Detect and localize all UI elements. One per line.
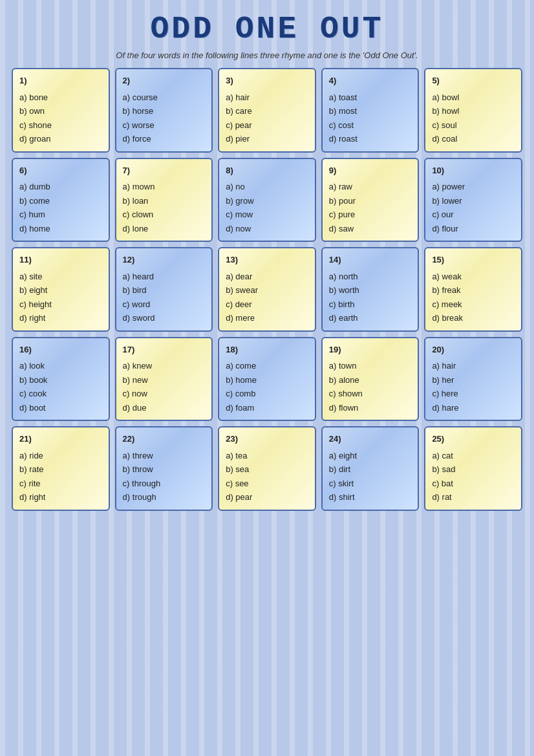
card-number-21: 21): [19, 433, 102, 446]
card-content-24: a) eightb) dirtc) skirtd) shirt: [329, 449, 412, 504]
card-2: 2)a) courseb) horsec) worsed) force: [115, 68, 213, 153]
card-15: 15)a) weakb) freakc) meekd) break: [424, 247, 522, 332]
card-20: 20)a) hairb) herc) hered) hare: [424, 337, 522, 422]
card-content-8: a) nob) growc) mowd) now: [226, 180, 308, 235]
card-number-5: 5): [432, 74, 515, 88]
card-24: 24)a) eightb) dirtc) skirtd) shirt: [321, 426, 420, 511]
card-content-16: a) lookb) bookc) cookd) boot: [19, 359, 102, 415]
page-title: ODD ONE OUT: [12, 12, 522, 47]
card-number-12: 12): [123, 254, 206, 267]
card-content-18: a) comeb) homec) combd) foam: [226, 359, 308, 415]
card-19: 19)a) townb) alonec) shownd) flown: [321, 337, 420, 422]
subtitle: Of the four words in the following lines…: [12, 50, 522, 60]
card-content-12: a) heardb) birdc) wordd) sword: [123, 270, 206, 325]
card-23: 23)a) teab) seac) seed) pear: [218, 426, 316, 511]
card-25: 25)a) catb) sadc) batd) rat: [424, 426, 522, 511]
card-5: 5)a) bowlb) howlc) sould) coal: [424, 68, 522, 153]
card-number-18: 18): [226, 343, 308, 357]
card-number-14: 14): [329, 254, 412, 267]
card-number-4: 4): [329, 74, 412, 88]
card-content-3: a) hairb) carec) peard) pier: [226, 91, 308, 146]
card-number-15: 15): [432, 254, 515, 267]
card-number-8: 8): [226, 164, 308, 178]
card-7: 7)a) mownb) loanc) clownd) lone: [115, 158, 213, 243]
card-content-17: a) knewb) newc) nowd) due: [123, 359, 206, 415]
card-number-2: 2): [123, 74, 206, 88]
card-13: 13)a) dearb) swearc) deerd) mere: [218, 247, 316, 332]
card-content-1: a) boneb) ownc) shoned) groan: [19, 91, 102, 146]
card-number-10: 10): [432, 164, 515, 178]
card-4: 4)a) toastb) mostc) costd) roast: [321, 68, 420, 153]
card-number-7: 7): [123, 164, 206, 178]
card-content-11: a) siteb) eightc) heightd) right: [19, 270, 102, 325]
card-content-23: a) teab) seac) seed) pear: [226, 449, 308, 504]
card-number-24: 24): [329, 433, 412, 446]
card-content-4: a) toastb) mostc) costd) roast: [329, 91, 412, 146]
card-number-25: 25): [432, 433, 515, 446]
card-content-13: a) dearb) swearc) deerd) mere: [226, 270, 308, 325]
card-9: 9)a) rawb) pourc) pured) saw: [321, 158, 420, 243]
card-content-20: a) hairb) herc) hered) hare: [432, 359, 515, 415]
card-18: 18)a) comeb) homec) combd) foam: [218, 337, 316, 422]
card-content-9: a) rawb) pourc) pured) saw: [329, 180, 412, 235]
card-number-20: 20): [432, 343, 515, 357]
card-content-7: a) mownb) loanc) clownd) lone: [123, 180, 206, 235]
card-content-25: a) catb) sadc) batd) rat: [432, 449, 515, 504]
card-number-22: 22): [123, 433, 206, 446]
card-number-1: 1): [19, 74, 102, 88]
card-number-23: 23): [226, 433, 308, 446]
card-number-6: 6): [19, 164, 102, 178]
card-number-19: 19): [329, 343, 412, 357]
card-number-11: 11): [19, 254, 102, 267]
card-16: 16)a) lookb) bookc) cookd) boot: [12, 337, 110, 422]
card-number-17: 17): [123, 343, 206, 357]
card-number-3: 3): [226, 74, 308, 88]
card-content-5: a) bowlb) howlc) sould) coal: [432, 91, 515, 146]
card-6: 6)a) dumbb) comec) humd) home: [12, 158, 110, 243]
card-11: 11)a) siteb) eightc) heightd) right: [12, 247, 110, 332]
card-3: 3)a) hairb) carec) peard) pier: [218, 68, 316, 153]
card-number-16: 16): [19, 343, 102, 357]
card-content-2: a) courseb) horsec) worsed) force: [123, 91, 206, 146]
page-wrapper: ODD ONE OUT Of the four words in the fol…: [12, 12, 522, 511]
card-1: 1)a) boneb) ownc) shoned) groan: [12, 68, 110, 153]
card-content-19: a) townb) alonec) shownd) flown: [329, 359, 412, 415]
card-17: 17)a) knewb) newc) nowd) due: [115, 337, 213, 422]
card-content-10: a) powerb) lowerc) ourd) flour: [432, 180, 515, 235]
card-14: 14)a) northb) worthc) birthd) earth: [321, 247, 420, 332]
card-number-13: 13): [226, 254, 308, 267]
card-grid: 1)a) boneb) ownc) shoned) groan2)a) cour…: [12, 68, 522, 511]
card-content-14: a) northb) worthc) birthd) earth: [329, 270, 412, 325]
card-number-9: 9): [329, 164, 412, 178]
card-content-6: a) dumbb) comec) humd) home: [19, 180, 102, 235]
card-content-15: a) weakb) freakc) meekd) break: [432, 270, 515, 325]
card-22: 22)a) threwb) throwc) throughd) trough: [115, 426, 213, 511]
card-21: 21)a) rideb) ratec) rited) right: [12, 426, 110, 511]
card-content-22: a) threwb) throwc) throughd) trough: [123, 449, 206, 504]
card-12: 12)a) heardb) birdc) wordd) sword: [115, 247, 213, 332]
card-content-21: a) rideb) ratec) rited) right: [19, 449, 102, 504]
card-8: 8)a) nob) growc) mowd) now: [218, 158, 316, 243]
card-10: 10)a) powerb) lowerc) ourd) flour: [424, 158, 522, 243]
